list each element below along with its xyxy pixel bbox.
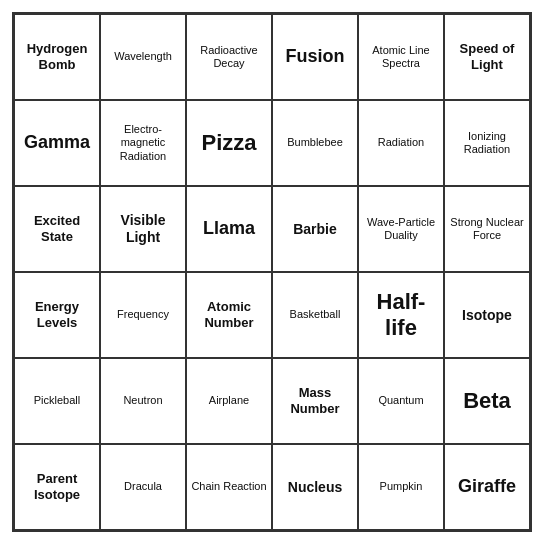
cell-text: Electro-magnetic Radiation — [105, 123, 181, 163]
cell-text: Dracula — [124, 480, 162, 493]
cell-text: Parent Isotope — [19, 471, 95, 502]
cell-text: Atomic Line Spectra — [363, 44, 439, 70]
cell-3-3: Basketball — [272, 272, 358, 358]
cell-text: Airplane — [209, 394, 249, 407]
cell-3-4: Half-life — [358, 272, 444, 358]
cell-text: Barbie — [293, 221, 337, 238]
cell-4-3: Mass Number — [272, 358, 358, 444]
cell-text: Visible Light — [105, 212, 181, 246]
cell-2-0: Excited State — [14, 186, 100, 272]
cell-5-2: Chain Reaction — [186, 444, 272, 530]
cell-text: Strong Nuclear Force — [449, 216, 525, 242]
cell-5-0: Parent Isotope — [14, 444, 100, 530]
cell-5-4: Pumpkin — [358, 444, 444, 530]
cell-text: Excited State — [19, 213, 95, 244]
cell-0-2: Radioactive Decay — [186, 14, 272, 100]
cell-text: Giraffe — [458, 476, 516, 498]
cell-text: Frequency — [117, 308, 169, 321]
cell-text: Mass Number — [277, 385, 353, 416]
cell-text: Radiation — [378, 136, 424, 149]
cell-text: Pickleball — [34, 394, 80, 407]
cell-4-4: Quantum — [358, 358, 444, 444]
cell-text: Neutron — [123, 394, 162, 407]
cell-4-1: Neutron — [100, 358, 186, 444]
cell-text: Radioactive Decay — [191, 44, 267, 70]
cell-text: Gamma — [24, 132, 90, 154]
cell-0-3: Fusion — [272, 14, 358, 100]
cell-1-0: Gamma — [14, 100, 100, 186]
cell-0-0: Hydrogen Bomb — [14, 14, 100, 100]
cell-1-3: Bumblebee — [272, 100, 358, 186]
cell-0-4: Atomic Line Spectra — [358, 14, 444, 100]
cell-text: Ionizing Radiation — [449, 130, 525, 156]
cell-5-5: Giraffe — [444, 444, 530, 530]
cell-text: Wave-Particle Duality — [363, 216, 439, 242]
cell-1-1: Electro-magnetic Radiation — [100, 100, 186, 186]
cell-text: Chain Reaction — [191, 480, 266, 493]
cell-2-3: Barbie — [272, 186, 358, 272]
cell-text: Hydrogen Bomb — [19, 41, 95, 72]
cell-text: Energy Levels — [19, 299, 95, 330]
cell-1-2: Pizza — [186, 100, 272, 186]
cell-1-5: Ionizing Radiation — [444, 100, 530, 186]
cell-2-5: Strong Nuclear Force — [444, 186, 530, 272]
cell-4-5: Beta — [444, 358, 530, 444]
cell-text: Half-life — [363, 289, 439, 342]
bingo-grid: Hydrogen BombWavelengthRadioactive Decay… — [12, 12, 532, 532]
cell-text: Wavelength — [114, 50, 172, 63]
cell-3-0: Energy Levels — [14, 272, 100, 358]
cell-text: Basketball — [290, 308, 341, 321]
cell-2-4: Wave-Particle Duality — [358, 186, 444, 272]
cell-text: Pizza — [201, 130, 256, 156]
cell-text: Isotope — [462, 307, 512, 324]
cell-text: Fusion — [286, 46, 345, 68]
cell-3-2: Atomic Number — [186, 272, 272, 358]
cell-text: Speed of Light — [449, 41, 525, 72]
cell-2-2: Llama — [186, 186, 272, 272]
cell-0-5: Speed of Light — [444, 14, 530, 100]
cell-text: Quantum — [378, 394, 423, 407]
cell-3-1: Frequency — [100, 272, 186, 358]
cell-4-2: Airplane — [186, 358, 272, 444]
cell-text: Atomic Number — [191, 299, 267, 330]
cell-1-4: Radiation — [358, 100, 444, 186]
cell-text: Bumblebee — [287, 136, 343, 149]
cell-2-1: Visible Light — [100, 186, 186, 272]
cell-4-0: Pickleball — [14, 358, 100, 444]
cell-text: Pumpkin — [380, 480, 423, 493]
cell-5-3: Nucleus — [272, 444, 358, 530]
cell-text: Nucleus — [288, 479, 342, 496]
cell-0-1: Wavelength — [100, 14, 186, 100]
cell-text: Llama — [203, 218, 255, 240]
cell-3-5: Isotope — [444, 272, 530, 358]
cell-5-1: Dracula — [100, 444, 186, 530]
cell-text: Beta — [463, 388, 511, 414]
